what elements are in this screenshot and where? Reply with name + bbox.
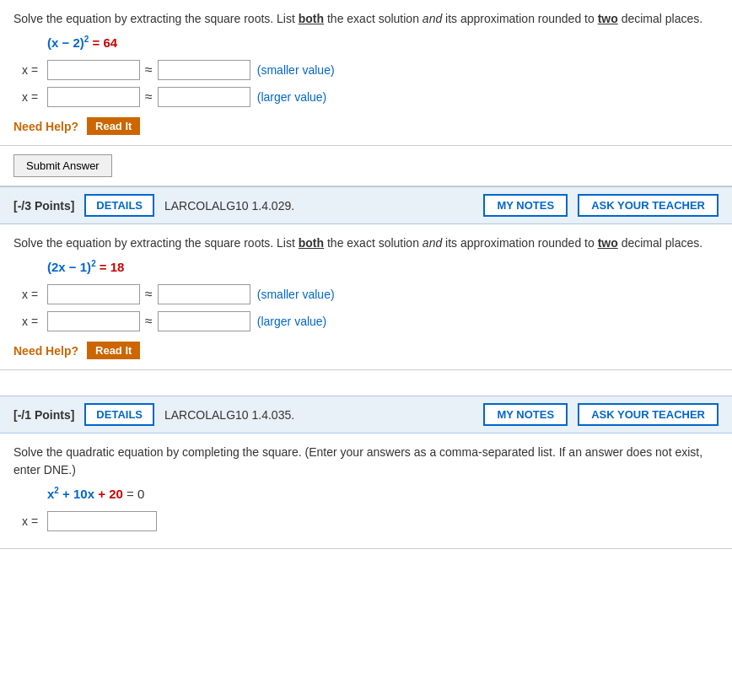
x-label-2b: x =: [22, 315, 47, 328]
need-help-text-2: Need Help?: [13, 344, 78, 358]
x-label-1a: x =: [22, 63, 47, 77]
eq3-x2: x2: [47, 487, 59, 501]
points-label-1: [-/3 Points]: [13, 199, 74, 213]
larger-value-label-1: (larger value): [257, 90, 326, 104]
points-label-2: [-/1 Points]: [13, 408, 74, 422]
problem2-row-smaller: x = ≈ (smaller value): [22, 284, 719, 304]
input-approx-smaller-2[interactable]: [158, 284, 250, 304]
problem3-section: Solve the quadratic equation by completi…: [0, 433, 732, 549]
input-exact-larger-1[interactable]: [47, 87, 140, 107]
problem1-row-smaller: x = ≈ (smaller value): [22, 60, 719, 80]
submit-row: Submit Answer: [0, 146, 732, 186]
problem1-row-larger: x = ≈ (larger value): [22, 87, 719, 107]
problem-id-1: LARCOLALG10 1.4.029.: [164, 199, 473, 213]
read-it-btn-1[interactable]: Read It: [87, 117, 140, 135]
my-notes-btn-2[interactable]: MY NOTES: [483, 403, 568, 426]
approx-symbol-1a: ≈: [145, 62, 153, 78]
eq2-main: (2x − 1)2: [47, 260, 96, 274]
input-exact-smaller-1[interactable]: [47, 60, 140, 80]
read-it-btn-2[interactable]: Read It: [87, 342, 140, 359]
input-approx-smaller-1[interactable]: [158, 60, 250, 80]
problem2-row-larger: x = ≈ (larger value): [22, 311, 719, 331]
x-label-2a: x =: [22, 288, 47, 301]
x-label-3: x =: [22, 514, 47, 528]
ask-teacher-btn-1[interactable]: ASK YOUR TEACHER: [578, 194, 719, 217]
smaller-value-label-1: (smaller value): [257, 63, 335, 77]
eq3-eq0: = 0: [123, 487, 144, 501]
problem2-instruction: Solve the equation by extracting the squ…: [13, 234, 719, 252]
smaller-value-label-2: (smaller value): [257, 288, 335, 301]
larger-value-label-2: (larger value): [257, 315, 326, 328]
eq1-rhs: = 64: [89, 35, 117, 50]
eq1-main: (x − 2)2: [47, 35, 89, 50]
problem3-instruction: Solve the quadratic equation by completi…: [13, 444, 719, 479]
points-bar-2: [-/1 Points] DETAILS LARCOLALG10 1.4.035…: [0, 396, 732, 433]
problem1-section: Solve the equation by extracting the squ…: [0, 0, 732, 146]
points-bar-1: [-/3 Points] DETAILS LARCOLALG10 1.4.029…: [0, 186, 732, 224]
ask-teacher-btn-2[interactable]: ASK YOUR TEACHER: [578, 403, 719, 426]
problem2-section: Solve the equation by extracting the squ…: [0, 224, 732, 370]
approx-symbol-2a: ≈: [145, 287, 153, 302]
approx-symbol-2b: ≈: [145, 314, 153, 329]
details-btn-1[interactable]: DETAILS: [84, 194, 154, 217]
bold-two: two: [598, 12, 618, 25]
my-notes-btn-1[interactable]: MY NOTES: [483, 194, 568, 217]
input-approx-larger-1[interactable]: [158, 87, 250, 107]
eq3-10x: + 10x: [59, 487, 94, 501]
spacer: [0, 370, 732, 396]
input-answer-3[interactable]: [47, 511, 157, 531]
input-exact-smaller-2[interactable]: [47, 284, 140, 304]
need-help-row-1: Need Help? Read It: [13, 117, 719, 135]
eq2-rhs: = 18: [96, 260, 125, 274]
bold-both: both: [299, 12, 324, 25]
submit-button[interactable]: Submit Answer: [13, 154, 112, 177]
input-exact-larger-2[interactable]: [47, 311, 140, 331]
problem-id-2: LARCOLALG10 1.4.035.: [164, 408, 473, 422]
input-approx-larger-2[interactable]: [158, 311, 250, 331]
problem2-equation: (2x − 1)2 = 18: [47, 259, 719, 274]
need-help-text-1: Need Help?: [13, 120, 78, 133]
problem3-equation: x2 + 10x + 20 = 0: [47, 486, 719, 501]
approx-symbol-1b: ≈: [145, 89, 153, 105]
problem1-instruction: Solve the equation by extracting the squ…: [13, 10, 719, 28]
italic-and-2: and: [423, 236, 442, 250]
bold-two-2: two: [598, 236, 618, 250]
problem3-row: x =: [22, 511, 719, 531]
eq3-20: + 20: [94, 487, 123, 501]
bold-both-2: both: [299, 236, 324, 250]
x-label-1b: x =: [22, 90, 47, 104]
need-help-row-2: Need Help? Read It: [13, 342, 719, 359]
problem1-equation: (x − 2)2 = 64: [47, 35, 719, 50]
italic-and: and: [423, 12, 442, 25]
details-btn-2[interactable]: DETAILS: [84, 403, 154, 426]
